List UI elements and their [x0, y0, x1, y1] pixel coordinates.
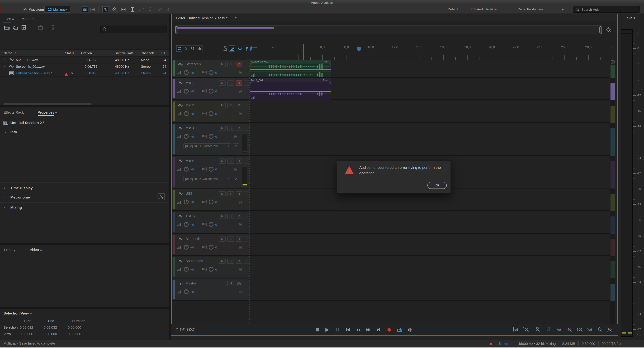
track-r-button[interactable]: R: [236, 103, 242, 108]
insert-into-multitrack-button[interactable]: [38, 25, 44, 30]
pan-value[interactable]: 0: [215, 90, 217, 93]
waveform-view-button[interactable]: Waveform: [20, 6, 46, 13]
pan-knob[interactable]: [209, 222, 214, 227]
pan-knob[interactable]: [209, 70, 214, 75]
ok-button[interactable]: OK: [428, 182, 447, 189]
new-file-button[interactable]: [22, 25, 27, 30]
track-s-button[interactable]: S: [227, 259, 234, 264]
track-header-mic-3[interactable]: Mic 3MSRI+00((•))→[05M] RODECaster Pro I…: [172, 124, 250, 156]
volume-value[interactable]: +0: [190, 135, 194, 138]
zoom-strip-segment[interactable]: [610, 128, 615, 156]
selection-end-value[interactable]: 0:09.032: [44, 326, 57, 329]
razor-tool[interactable]: [111, 6, 118, 12]
time-selection-tool[interactable]: [129, 6, 136, 12]
file-name[interactable]: Stereomix_001.wav: [16, 64, 45, 68]
tab-files[interactable]: Files ≡: [4, 16, 14, 21]
fast-forward-button[interactable]: [364, 327, 372, 333]
monitor-input-icon[interactable]: ((•)): [239, 268, 242, 271]
delete-file-button[interactable]: [51, 25, 55, 30]
track-header-usb[interactable]: USBMSRI+00((•)): [172, 189, 250, 211]
track-header-master[interactable]: MasterM(S)+0((•)): [172, 279, 250, 301]
track-lane-mic-2[interactable]: [250, 101, 610, 123]
clip-pan-label[interactable]: Pan ⌄: [323, 60, 330, 63]
pan-knob[interactable]: [209, 134, 214, 139]
volume-knob[interactable]: [184, 111, 189, 116]
track-m-button[interactable]: M: [219, 191, 226, 196]
workspace-radio-production[interactable]: Radio Production: [516, 5, 545, 13]
monitor-input-icon[interactable]: ((•)): [239, 246, 242, 249]
selection-start-value[interactable]: 0:09.032: [20, 326, 33, 329]
track-s-button[interactable]: S: [227, 62, 234, 67]
move-tool[interactable]: [102, 6, 109, 12]
clip-header[interactable]: Mic 1_001Pan ⌄: [250, 78, 331, 82]
track-m-button[interactable]: M: [219, 237, 226, 242]
pause-button[interactable]: [334, 327, 341, 333]
volume-knob[interactable]: [184, 289, 189, 294]
track-m-button[interactable]: M: [219, 80, 226, 86]
track-lane-soundpads[interactable]: [250, 257, 610, 278]
volume-value[interactable]: +0: [190, 268, 194, 271]
track-name[interactable]: Master: [186, 281, 196, 285]
pan-knob[interactable]: [209, 245, 214, 250]
clip-pan-label[interactable]: Pan ⌄: [323, 79, 330, 82]
video-panel-menu-icon[interactable]: ≡: [40, 248, 42, 252]
move-playhead-to-next-button[interactable]: [374, 327, 382, 333]
skip-selection-button[interactable]: [406, 327, 414, 333]
track-r-button[interactable]: R: [236, 214, 242, 219]
current-time-display[interactable]: 0:09.032: [176, 327, 196, 333]
show-spectral-toggle[interactable]: [89, 6, 96, 12]
file-list-header[interactable]: Name ↑ Status Duration Sample Rate Chann…: [0, 49, 169, 57]
move-playhead-to-previous-button[interactable]: [344, 327, 352, 333]
track-s-button[interactable]: (S): [236, 281, 242, 286]
track-i-button[interactable]: I: [244, 237, 250, 242]
track-name[interactable]: Mic 3: [186, 126, 194, 130]
record-button[interactable]: [385, 327, 393, 333]
column-status[interactable]: Status: [65, 51, 74, 55]
sends-toggle[interactable]: [189, 45, 196, 52]
play-button[interactable]: [324, 327, 331, 333]
phase-invert-button[interactable]: Ø: [233, 143, 239, 149]
timeline-overview-bar[interactable]: [175, 25, 602, 34]
track-header-mic-2[interactable]: Mic 2MSRI+00((•)): [172, 101, 250, 123]
monitor-input-icon[interactable]: ((•)): [234, 135, 236, 138]
file-row[interactable]: Untitled Session 2.sesx *×0:30.00048000 …: [0, 70, 169, 77]
clip-gain-icon[interactable]: [251, 73, 255, 77]
track-header-trrs[interactable]: TRRSMSRI+00((•)): [172, 212, 250, 234]
zoom-strip-segment[interactable]: [610, 106, 615, 123]
selection-view-menu-icon[interactable]: ≡: [30, 312, 32, 315]
track-name[interactable]: Mic 2: [186, 103, 194, 107]
workspace-overflow-chevron[interactable]: »: [560, 5, 566, 13]
editor-tab-title[interactable]: Editor: Untitled Session 2.sesx *: [176, 16, 228, 20]
volume-knob[interactable]: [184, 267, 189, 272]
track-i-button[interactable]: I: [244, 214, 250, 219]
slip-tool[interactable]: [120, 6, 127, 12]
pan-knob[interactable]: [209, 111, 214, 116]
show-waveform-toggle[interactable]: [82, 6, 88, 12]
phase-invert-button[interactable]: Ø: [233, 176, 239, 182]
tab-effects-rack[interactable]: Effects Rack: [4, 110, 24, 114]
zoom-to-selection-out-button[interactable]: }: [576, 327, 584, 333]
editor-panel-menu-icon[interactable]: ≡: [234, 16, 237, 20]
track-i-button[interactable]: I: [244, 191, 250, 196]
column-bit[interactable]: Bit: [161, 51, 165, 55]
pan-value[interactable]: 0: [215, 246, 217, 249]
metronome-button[interactable]: [222, 45, 228, 52]
volume-value[interactable]: +0: [190, 168, 194, 171]
track-m-button[interactable]: M: [219, 103, 226, 108]
pan-value[interactable]: 0: [215, 112, 217, 116]
paintbrush-selection-tool[interactable]: [156, 6, 163, 12]
track-name[interactable]: Mic 4: [186, 159, 194, 163]
multitrack-view-button[interactable]: Multitrack: [44, 6, 70, 13]
column-sample-rate[interactable]: Sample Rate: [115, 51, 134, 55]
volume-value[interactable]: +0: [190, 246, 194, 249]
zoom-out-vertical-button[interactable]: [522, 327, 531, 333]
lasso-selection-tool[interactable]: [147, 6, 154, 12]
pan-value[interactable]: 0: [215, 201, 217, 204]
panel-divider[interactable]: [0, 243, 169, 245]
pan-value[interactable]: 0: [215, 223, 217, 227]
volume-knob[interactable]: [184, 200, 189, 204]
zoom-strip-segment[interactable]: [610, 161, 615, 189]
track-r-button[interactable]: R: [236, 259, 242, 264]
volume-value[interactable]: +0: [190, 71, 194, 74]
track-header-stereomix[interactable]: StereomixMSRI+00((•)): [172, 60, 250, 78]
